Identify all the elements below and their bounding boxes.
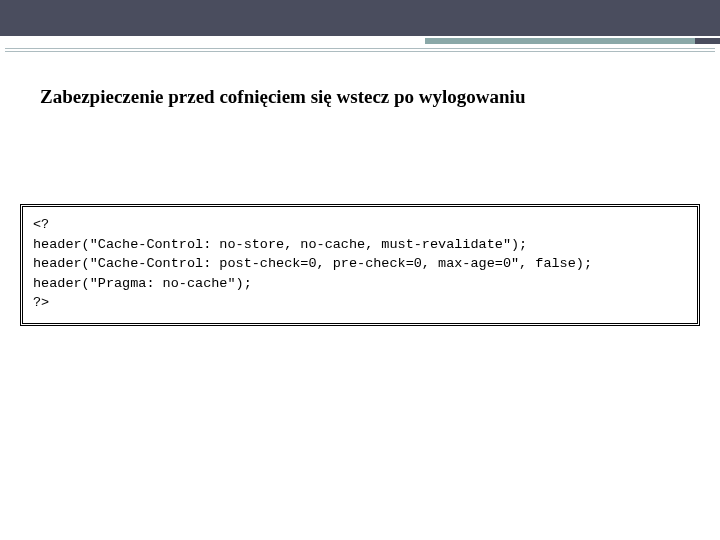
code-content: <? header("Cache-Control: no-store, no-c… [33,215,687,313]
header-underline [5,48,715,52]
code-block: <? header("Cache-Control: no-store, no-c… [20,204,700,326]
slide: Zabezpieczenie przed cofnięciem się wste… [0,0,720,540]
top-bar [0,0,720,36]
slide-heading: Zabezpieczenie przed cofnięciem się wste… [40,86,680,108]
